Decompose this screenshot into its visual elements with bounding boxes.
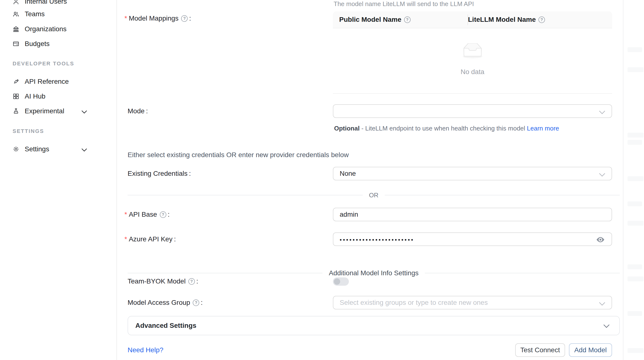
sidebar-item-settings[interactable]: Settings — [12, 144, 97, 154]
bank-icon — [12, 26, 19, 32]
test-connect-button[interactable]: Test Connect — [515, 343, 565, 357]
gear-icon — [12, 146, 19, 152]
column-divider — [468, 14, 468, 25]
chevron-down-icon[interactable] — [82, 108, 87, 114]
flask-icon — [12, 108, 19, 114]
teams-icon — [12, 11, 19, 18]
or-divider: OR — [128, 192, 620, 199]
model-access-group-select[interactable]: Select existing groups or type to create… — [333, 296, 612, 310]
ghost-row — [628, 202, 642, 206]
sidebar-item-label: Organizations — [25, 25, 66, 33]
sidebar-item-label: Teams — [25, 10, 44, 18]
ghost-row — [628, 276, 644, 281]
api-base-input[interactable]: admin — [333, 208, 612, 221]
api-base-help-icon[interactable]: ? — [160, 211, 166, 218]
ghost-row — [628, 140, 642, 145]
table-header-row: Public Model Name ? LiteLLM Model Name ? — [333, 12, 612, 28]
appstore-icon — [12, 93, 19, 100]
chevron-down-icon — [599, 170, 605, 176]
sidebar-item-ai-hub[interactable]: AI Hub — [12, 92, 97, 101]
ghost-row — [628, 311, 642, 316]
masked-api-key-value: ••••••••••••••••••••••• — [340, 235, 414, 243]
litellm-model-name-help-icon[interactable]: ? — [538, 16, 545, 23]
sidebar-section-developer-tools: DEVELOPER TOOLS — [12, 60, 74, 67]
chevron-down-icon — [599, 108, 605, 114]
model-access-group-help-icon[interactable]: ? — [193, 300, 199, 306]
column-header-public-model-name: Public Model Name ? — [333, 16, 461, 24]
team-byok-help-icon[interactable]: ? — [188, 278, 195, 285]
chevron-down-icon[interactable] — [82, 146, 87, 152]
sidebar-item-teams[interactable]: Teams — [12, 9, 97, 19]
toggle-password-visibility-icon[interactable] — [595, 235, 606, 244]
sidebar-item-internal-users[interactable]: Internal Users — [12, 0, 97, 6]
sidebar-item-label: Experimental — [25, 107, 64, 115]
sidebar-item-label: AI Hub — [25, 92, 46, 100]
sidebar-item-label: Settings — [25, 145, 49, 153]
existing-credentials-value: None — [340, 170, 356, 178]
model-name-help-text: The model name LiteLLM will send to the … — [334, 0, 474, 7]
credentials-note: Either select existing credentials OR en… — [128, 151, 349, 158]
column-header-litellm-model-name: LiteLLM Model Name ? — [461, 16, 545, 24]
sidebar-item-api-reference[interactable]: API Reference — [12, 77, 97, 86]
user-icon — [12, 0, 19, 5]
azure-api-key-input[interactable]: ••••••••••••••••••••••• — [333, 232, 612, 246]
no-data-text: No data — [333, 68, 612, 76]
mode-help-text: Optional - LiteLLM endpoint to use when … — [334, 123, 559, 134]
sidebar-item-budgets[interactable]: Budgets — [12, 39, 97, 49]
sidebar-item-organizations[interactable]: Organizations — [12, 24, 97, 34]
mode-label: Mode : — [128, 108, 148, 115]
sidebar-item-label: Internal Users — [25, 0, 67, 5]
ghost-row — [628, 47, 642, 52]
sidebar-item-experimental[interactable]: Experimental — [12, 106, 97, 116]
existing-credentials-select[interactable]: None — [333, 167, 612, 180]
ghost-row — [628, 176, 644, 181]
required-mark: * — [124, 236, 127, 243]
chevron-down-icon — [599, 300, 605, 306]
model-access-group-placeholder: Select existing groups or type to create… — [340, 299, 488, 306]
api-plug-icon — [12, 78, 19, 85]
advanced-settings-title: Advanced Settings — [135, 322, 196, 330]
required-mark: * — [124, 211, 127, 218]
model-access-group-label: Model Access Group ? : — [128, 299, 203, 306]
need-help-link[interactable]: Need Help? — [128, 346, 164, 354]
public-model-name-help-icon[interactable]: ? — [404, 16, 410, 23]
model-mappings-help-icon[interactable]: ? — [181, 15, 188, 22]
ghost-row — [628, 133, 644, 138]
learn-more-link[interactable]: Learn more — [527, 125, 559, 132]
model-mappings-table: Public Model Name ? LiteLLM Model Name ? — [333, 12, 612, 94]
sidebar-section-settings: SETTINGS — [12, 128, 44, 134]
ghost-row — [628, 221, 644, 226]
api-base-label: * API Base ? : — [124, 211, 170, 218]
sidebar-item-label: API Reference — [25, 78, 69, 86]
additional-info-divider: Additional Model Info Settings — [128, 270, 620, 277]
empty-inbox-icon — [460, 43, 485, 60]
add-model-page: Internal Users Teams Organizations Budge… — [0, 0, 644, 360]
toggle-knob — [334, 278, 340, 285]
table-empty-state: No data — [333, 28, 612, 94]
azure-api-key-label: * Azure API Key : — [124, 236, 176, 243]
existing-credentials-label: Existing Credentials : — [128, 170, 191, 177]
chevron-down-icon — [603, 322, 610, 328]
team-byok-label: Team-BYOK Model ? : — [128, 278, 198, 285]
ghost-row — [628, 67, 644, 72]
required-mark: * — [124, 15, 127, 22]
sidebar-item-label: Budgets — [25, 40, 50, 48]
advanced-settings-panel[interactable]: Advanced Settings — [128, 316, 620, 335]
mode-select[interactable] — [333, 104, 612, 118]
api-base-value: admin — [340, 211, 358, 218]
page-right-divider — [623, 0, 624, 360]
ghost-row — [628, 264, 642, 269]
add-model-button[interactable]: Add Model — [569, 343, 612, 357]
team-byok-toggle[interactable] — [333, 278, 349, 286]
model-mappings-label: * Model Mappings ? : — [124, 15, 191, 22]
sidebar: Internal Users Teams Organizations Budge… — [0, 0, 117, 360]
credit-card-icon — [12, 40, 19, 47]
ghost-row — [628, 348, 644, 353]
